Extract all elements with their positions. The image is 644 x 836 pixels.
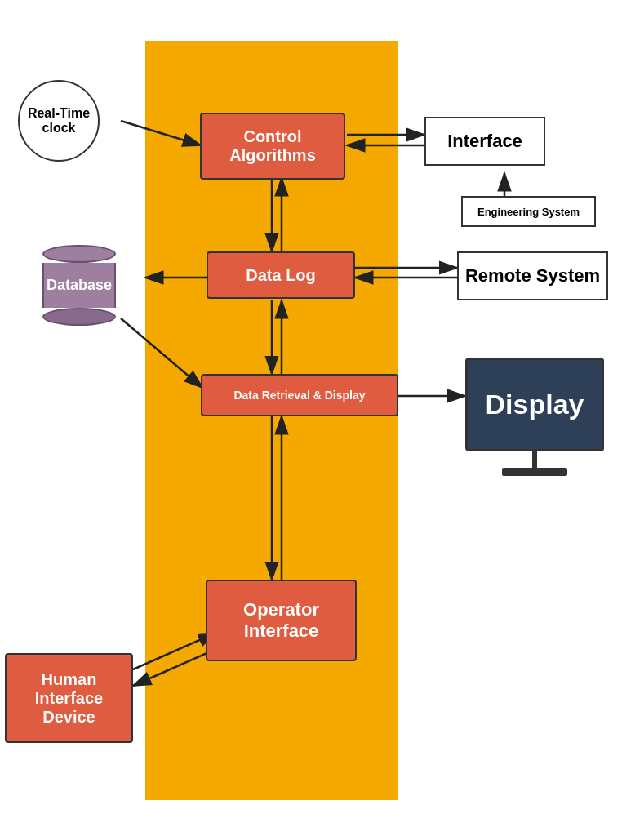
remote-system-box: Remote System: [457, 251, 608, 300]
data-log-box: Data Log: [207, 251, 355, 299]
data-retrieval-box: Data Retrieval & Display: [201, 374, 398, 416]
monitor-screen: Display: [465, 358, 604, 451]
interface-box: Interface: [424, 117, 545, 166]
human-interface-device-box: Human Interface Device: [5, 653, 133, 743]
diagram-container: Real-Time clock Control Algorithms Inter…: [0, 0, 644, 836]
control-algorithms-box: Control Algorithms: [200, 113, 345, 180]
display-label: Display: [486, 389, 584, 420]
monitor-stand: [532, 451, 537, 468]
database-label: Database: [47, 277, 112, 294]
db-bottom: [42, 308, 116, 326]
data-log-label: Data Log: [246, 266, 316, 285]
human-interface-device-label: Human Interface Device: [35, 670, 103, 727]
realtime-clock: Real-Time clock: [18, 80, 100, 162]
db-top: [42, 245, 116, 263]
realtime-clock-label: Real-Time clock: [28, 106, 90, 136]
operator-interface-label: Operator Interface: [243, 599, 319, 642]
engineering-system-box: Engineering System: [461, 196, 596, 227]
engineering-system-label: Engineering System: [477, 206, 580, 218]
operator-interface-box: Operator Interface: [206, 580, 357, 661]
display-monitor: Display: [465, 358, 604, 476]
monitor-base: [502, 468, 567, 476]
control-algorithms-label: Control Algorithms: [229, 127, 316, 165]
interface-label: Interface: [447, 131, 522, 152]
db-body: Database: [42, 263, 116, 308]
database: Database: [42, 245, 116, 326]
data-retrieval-label: Data Retrieval & Display: [233, 389, 365, 402]
remote-system-label: Remote System: [465, 265, 600, 287]
